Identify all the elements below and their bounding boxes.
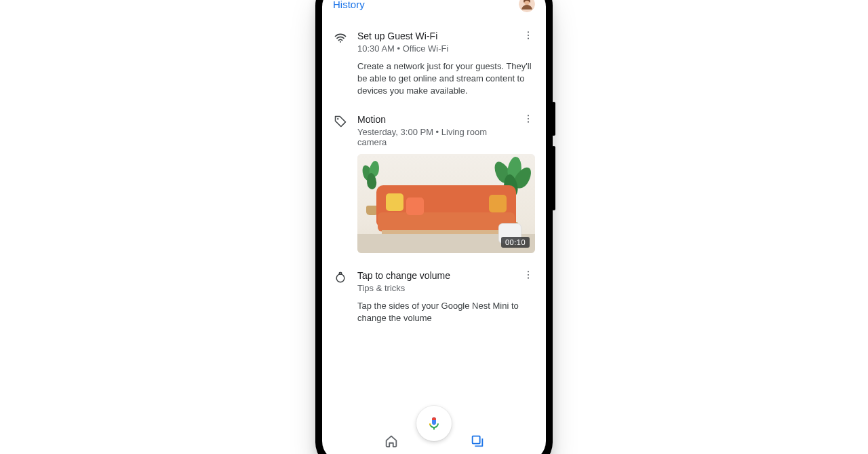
feed-card-guest-wifi[interactable]: Set up Guest Wi-Fi 10:30 AM • Office Wi-… [322, 20, 546, 104]
card-meta: Yesterday, 3:00 PM • Living room camera [357, 127, 516, 147]
card-meta: 10:30 AM • Office Wi-Fi [357, 43, 448, 54]
svg-rect-11 [339, 273, 341, 275]
phone-side-button [552, 146, 555, 210]
home-icon [384, 434, 399, 449]
card-title: Motion [357, 113, 516, 126]
nav-feed-button[interactable] [466, 430, 489, 453]
avatar[interactable] [519, 0, 535, 12]
wifi-icon [333, 30, 348, 46]
svg-point-8 [528, 118, 529, 119]
svg-point-2 [340, 41, 341, 43]
svg-point-12 [528, 271, 529, 272]
more-vert-icon [523, 269, 534, 280]
card-overflow-button[interactable] [521, 29, 535, 42]
feed-icon [470, 434, 485, 449]
avatar-icon [519, 0, 535, 12]
feed-list: Set up Guest Wi-Fi 10:30 AM • Office Wi-… [322, 18, 546, 400]
feed-card-motion[interactable]: Motion Yesterday, 3:00 PM • Living room … [322, 104, 546, 260]
svg-rect-15 [472, 436, 479, 444]
svg-point-7 [528, 115, 529, 116]
app-header: History [322, 0, 546, 18]
card-overflow-button[interactable] [521, 112, 535, 126]
nav-home-button[interactable] [380, 430, 403, 453]
svg-point-6 [337, 118, 338, 119]
svg-point-4 [528, 35, 529, 36]
nest-mini-icon [333, 269, 348, 286]
card-description: Create a network just for your guests. T… [357, 60, 535, 97]
card-title: Set up Guest Wi-Fi [357, 30, 448, 42]
bottom-bar [322, 400, 546, 454]
phone-side-button [552, 102, 555, 136]
camera-clip-thumbnail[interactable]: 00:10 [357, 154, 535, 253]
svg-point-5 [528, 38, 529, 39]
svg-point-3 [528, 31, 529, 33]
svg-point-10 [336, 274, 344, 282]
card-description: Tap the sides of your Google Nest Mini t… [357, 300, 535, 324]
clip-duration: 00:10 [501, 237, 530, 248]
card-meta: Tips & tricks [357, 283, 450, 293]
svg-point-13 [528, 274, 529, 276]
card-title: Tap to change volume [357, 269, 450, 282]
phone-frame: History [315, 0, 553, 454]
more-vert-icon [523, 113, 534, 124]
svg-point-14 [528, 278, 529, 279]
page-title: History [333, 0, 365, 10]
svg-point-9 [528, 121, 529, 123]
tag-icon [333, 113, 348, 130]
app-screen: History [322, 0, 546, 454]
bottom-nav [322, 428, 546, 454]
more-vert-icon [523, 30, 534, 41]
card-overflow-button[interactable] [521, 268, 535, 282]
feed-card-tip-volume[interactable]: Tap to change volume Tips & tricks Tap t… [322, 260, 546, 331]
